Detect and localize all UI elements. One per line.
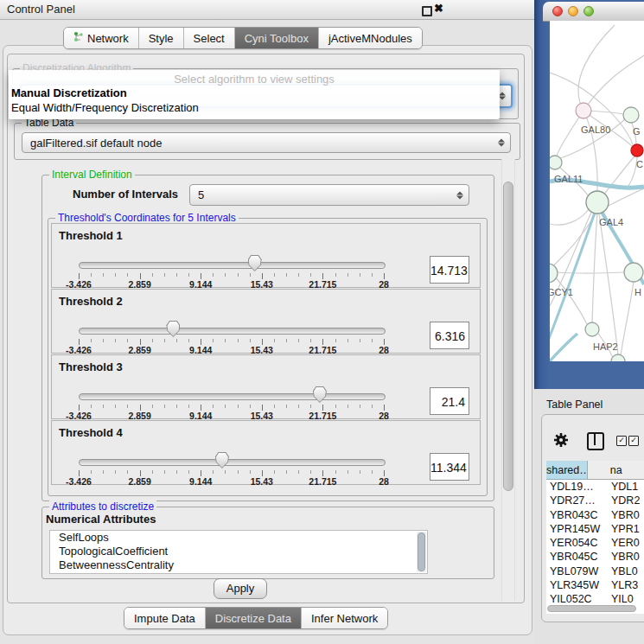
cell-shared-name: YPR145W <box>546 522 604 536</box>
cell-name: YLR3 <box>604 578 638 592</box>
split-view-icon[interactable] <box>587 432 604 450</box>
zoom-traffic-light-icon[interactable] <box>583 6 594 16</box>
cell-name: YPR1 <box>604 522 640 536</box>
list-item[interactable]: BetweennessCentrality <box>50 558 427 572</box>
tick-label: 15.43 <box>251 476 273 487</box>
list-scrollbar[interactable] <box>417 532 426 572</box>
close-icon[interactable]: ✖ <box>434 2 443 15</box>
cell-shared-name: YLR345W <box>546 578 604 592</box>
threshold-value-field[interactable]: 21.4 <box>430 387 469 415</box>
tick-mark <box>213 273 214 277</box>
table-row[interactable]: YER054CYER0 <box>546 536 644 550</box>
tick-mark <box>79 405 80 411</box>
tab-label: Cyni Toolbox <box>245 32 309 45</box>
tick-mark <box>310 470 311 474</box>
network-node[interactable] <box>624 263 643 282</box>
table-hscrollbar-thumb[interactable] <box>547 605 636 612</box>
table-data-combo[interactable]: galFiltered.sif default node <box>22 132 511 153</box>
tab-network[interactable]: Network <box>64 28 139 48</box>
list-scrollbar-thumb[interactable] <box>418 532 425 571</box>
tick-mark <box>188 470 189 474</box>
minimize-traffic-light-icon[interactable] <box>568 6 578 16</box>
apply-button[interactable]: Apply <box>214 578 267 599</box>
table-row[interactable]: YLR345WYLR3 <box>546 578 644 592</box>
table-row[interactable]: YDR27…YDR2 <box>546 494 644 507</box>
network-node[interactable] <box>550 264 558 283</box>
list-item[interactable]: TopologicalCoefficient <box>50 545 427 558</box>
gear-icon[interactable] <box>553 432 569 448</box>
numerical-attributes-list[interactable]: SelfLoopsTopologicalCoefficientBetweenne… <box>49 530 428 574</box>
slider-thumb[interactable] <box>313 386 327 403</box>
tick-mark <box>152 470 153 474</box>
tab-infer-network[interactable]: Infer Network <box>302 608 387 628</box>
network-node[interactable] <box>550 156 562 169</box>
tick-mark <box>225 470 226 474</box>
tick-mark <box>176 405 177 408</box>
slider-track[interactable] <box>79 459 386 466</box>
tab-label: Infer Network <box>311 612 378 625</box>
network-view-canvas[interactable]: GAL80GCGAL11GAL4GCY1HHAP2 <box>550 21 644 361</box>
slider-track[interactable] <box>79 393 386 400</box>
tab-style[interactable]: Style <box>139 28 184 48</box>
node-label: GAL11 <box>554 174 583 184</box>
column-header-name[interactable]: na <box>588 461 644 480</box>
tab-discretize-data[interactable]: Discretize Data <box>206 608 302 628</box>
network-node[interactable] <box>586 191 609 214</box>
dropdown-item[interactable]: Manual Discretization <box>9 86 500 100</box>
network-node[interactable] <box>623 107 639 123</box>
tick-mark <box>127 405 128 408</box>
tick-mark <box>348 470 348 474</box>
network-node[interactable] <box>585 322 599 336</box>
tick-mark <box>250 405 251 408</box>
tab-jactivemnodules[interactable]: jActiveMNodules <box>319 28 422 48</box>
checkbox-icon[interactable]: ✓ <box>616 436 627 446</box>
threshold-value-field[interactable]: 6.316 <box>430 322 469 349</box>
tick-mark <box>127 339 128 342</box>
tick-label: -3.426 <box>66 476 92 487</box>
table-row[interactable]: YBL079WYBL0 <box>546 564 644 578</box>
tick-mark <box>238 405 239 408</box>
slider-thumb[interactable] <box>248 255 262 271</box>
threshold-value-field[interactable]: 11.344 <box>430 453 469 481</box>
slider-ticks <box>79 470 384 477</box>
node-attribute-table[interactable]: shared… na YDL19…YDL1YDR27…YDR2YBR043CYB… <box>546 461 644 614</box>
tick-mark <box>286 470 287 474</box>
node-label: GAL80 <box>581 124 610 135</box>
tab-impute-data[interactable]: Impute Data <box>124 608 206 628</box>
panel-scrollbar-thumb[interactable] <box>503 182 513 491</box>
list-item[interactable]: SelfLoops <box>50 531 427 545</box>
table-row[interactable]: YBR045CYBR0 <box>546 550 644 564</box>
threshold-value-field[interactable]: 14.713 <box>430 256 469 284</box>
tick-mark <box>188 405 189 408</box>
tick-mark <box>103 273 104 277</box>
network-node[interactable] <box>631 144 643 156</box>
tick-mark <box>360 405 360 408</box>
tick-mark <box>298 470 299 474</box>
network-node[interactable] <box>611 354 625 361</box>
table-row[interactable]: YDL19…YDL1 <box>546 480 644 494</box>
num-intervals-combo[interactable]: 5 <box>189 184 469 206</box>
cell-shared-name: YBR043C <box>546 508 604 522</box>
screen: Control Panel ✖ NetworkStyleSelectCyni T… <box>0 0 644 644</box>
checkbox-icon[interactable]: ✓ <box>628 436 639 446</box>
slider-track[interactable] <box>79 262 386 269</box>
table-row[interactable]: YPR145WYPR1 <box>546 522 644 536</box>
tab-select[interactable]: Select <box>184 28 235 48</box>
threshold-panel: Threshold 4-3.4262.8599.14415.4321.71528… <box>51 420 481 485</box>
network-node[interactable] <box>576 103 591 118</box>
slider-thumb[interactable] <box>166 321 180 337</box>
tick-mark <box>372 339 373 342</box>
tick-mark <box>201 273 201 279</box>
threshold-panel: Threshold 3-3.4262.8599.14415.4321.71528… <box>51 354 481 419</box>
table-row[interactable]: YBR043CYBR0 <box>546 508 644 522</box>
tick-mark <box>115 405 116 408</box>
column-header-shared[interactable]: shared… <box>546 461 588 480</box>
tab-label: Select <box>194 32 225 45</box>
tick-mark <box>335 273 336 277</box>
float-window-icon[interactable] <box>422 6 432 16</box>
dropdown-item[interactable]: Equal Width/Frequency Discretization <box>9 100 500 115</box>
tab-cyni-toolbox[interactable]: Cyni Toolbox <box>235 28 319 48</box>
close-traffic-light-icon[interactable] <box>552 6 563 16</box>
slider-thumb[interactable] <box>215 452 229 469</box>
slider-track[interactable] <box>79 328 386 335</box>
